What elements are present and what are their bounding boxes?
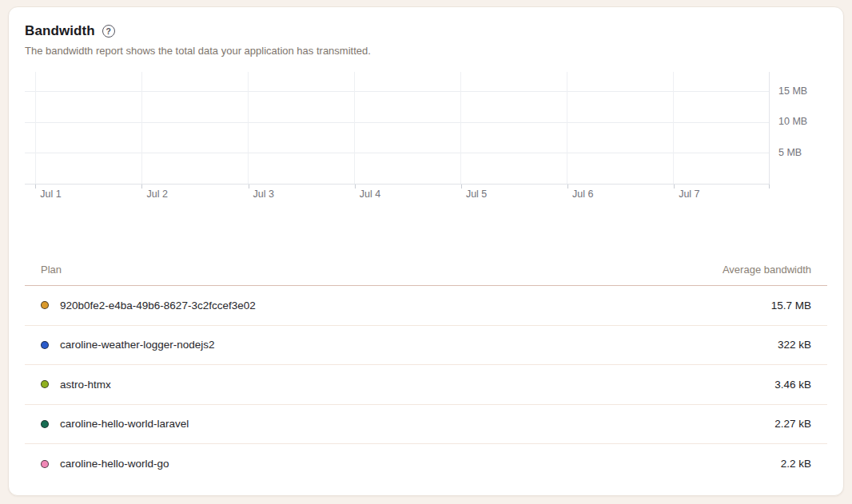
column-header-plan: Plan [41, 264, 62, 276]
y-axis-tick-label: 5 MB [778, 147, 802, 158]
table-row: astro-htmx 3.46 kB [25, 365, 827, 405]
x-axis-tick-label: Jul 4 [360, 189, 380, 200]
bars[interactable] [25, 72, 769, 184]
table-row: caroline-hello-world-laravel 2.27 kB [25, 405, 827, 445]
plan-legend-dot-icon [41, 380, 49, 388]
x-axis-tick-label: Jul 1 [40, 189, 61, 200]
plan-legend-dot-icon [41, 301, 49, 309]
x-axis-tick-label: Jul 5 [466, 189, 487, 200]
table-row: caroline-hello-world-go 2.2 kB [25, 444, 827, 484]
average-bandwidth-value: 15.7 MB [771, 300, 811, 312]
plans-table: Plan Average bandwidth 920b0fe2-e4ba-49b… [25, 254, 827, 484]
bandwidth-card: Bandwidth ? The bandwidth report shows t… [8, 6, 844, 496]
chart-x-axis: Jul 1Jul 2Jul 3Jul 4Jul 5Jul 6Jul 7 [25, 184, 770, 203]
average-bandwidth-value: 3.46 kB [774, 379, 811, 391]
plan-name: astro-htmx [60, 379, 111, 391]
plan-name: caroline-weather-logger-nodejs2 [60, 339, 215, 351]
plan-legend-dot-icon [41, 420, 49, 428]
chart-y-axis-labels: 15 MB10 MB5 MB [770, 72, 827, 184]
average-bandwidth-value: 2.2 kB [781, 458, 811, 470]
card-header: Bandwidth ? [25, 23, 827, 39]
x-axis-tick-label: Jul 6 [572, 189, 593, 200]
average-bandwidth-value: 322 kB [778, 339, 811, 351]
plan-name: caroline-hello-world-go [60, 458, 169, 470]
plan-name: caroline-hello-world-laravel [60, 418, 189, 430]
table-row: 920b0fe2-e4ba-49b6-8627-3c2fccef3e02 15.… [25, 286, 827, 326]
x-axis-tick-label: Jul 3 [253, 189, 274, 200]
x-axis-tick-label: Jul 2 [146, 189, 167, 200]
column-header-average-bandwidth: Average bandwidth [723, 264, 811, 276]
plan-legend-dot-icon [41, 341, 49, 349]
page-title: Bandwidth [25, 23, 95, 39]
chart-plot-area [25, 72, 770, 184]
plan-name: 920b0fe2-e4ba-49b6-8627-3c2fccef3e02 [60, 300, 256, 312]
y-axis-tick-label: 10 MB [778, 116, 807, 127]
help-icon[interactable]: ? [102, 25, 115, 38]
card-subtitle: The bandwidth report shows the total dat… [25, 45, 827, 57]
table-header-row: Plan Average bandwidth [25, 254, 827, 286]
y-axis-tick-label: 15 MB [778, 85, 807, 97]
table-row: caroline-weather-logger-nodejs2 322 kB [25, 326, 827, 366]
average-bandwidth-value: 2.27 kB [774, 418, 811, 430]
x-axis-tick-label: Jul 7 [679, 189, 699, 200]
plan-legend-dot-icon [41, 460, 49, 468]
bandwidth-chart: Jul 1Jul 2Jul 3Jul 4Jul 5Jul 6Jul 7 15 M… [25, 72, 827, 203]
